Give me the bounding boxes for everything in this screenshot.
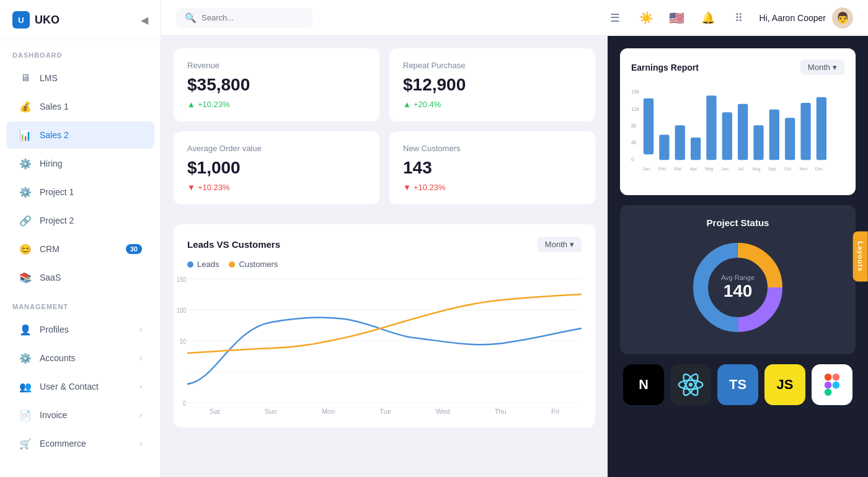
saas-icon: 📚 bbox=[19, 271, 32, 284]
invoice-chevron-icon: › bbox=[140, 411, 142, 419]
nav-item-lms[interactable]: 🖥 LMS bbox=[6, 64, 154, 92]
nav-item-user-contact[interactable]: 👥 User & Contact › bbox=[6, 373, 154, 400]
header: 🔍 ☰ ☀️ 🇺🇸 🔔 ⠿ Hi, Aaron Cooper 👨 bbox=[161, 0, 868, 36]
legend-customers-dot bbox=[229, 261, 235, 268]
nav-item-accounts[interactable]: ⚙️ Accounts › bbox=[6, 344, 154, 372]
x-label-wed: Wed bbox=[436, 408, 450, 415]
up-arrow-icon: ▲ bbox=[187, 100, 195, 109]
earnings-chart-card: Earnings Report Month ▾ 15k 11k 8k 4k 0 bbox=[620, 48, 856, 195]
accounts-icon: ⚙️ bbox=[19, 351, 32, 365]
nav-label-user-contact: User & Contact bbox=[40, 382, 132, 392]
hiring-icon: ⚙️ bbox=[19, 157, 32, 170]
search-input[interactable] bbox=[202, 13, 301, 22]
new-customers-label: New Customers bbox=[403, 144, 582, 153]
collapse-button[interactable]: ◀ bbox=[141, 14, 148, 26]
nav-label-invoice: Invoice bbox=[40, 410, 132, 420]
new-customers-change: ▼ +10.23% bbox=[403, 183, 582, 192]
logo-text: UKO bbox=[35, 14, 60, 27]
figma-icon bbox=[812, 364, 852, 405]
svg-rect-22 bbox=[769, 110, 779, 160]
svg-text:Apr: Apr bbox=[690, 166, 698, 172]
nav-label-profiles: Profiles bbox=[40, 325, 132, 335]
x-label-sun: Sun bbox=[265, 408, 277, 415]
svg-text:100: 100 bbox=[177, 307, 186, 315]
svg-rect-17 bbox=[691, 138, 701, 160]
nav-label-saas: SaaS bbox=[40, 273, 142, 282]
revenue-change: ▲ +10.23% bbox=[187, 100, 366, 109]
svg-point-52 bbox=[833, 382, 840, 389]
earnings-header: Earnings Report Month ▾ bbox=[631, 59, 844, 75]
nav-label-ecommerce: Ecommerce bbox=[40, 439, 132, 449]
svg-text:Mar: Mar bbox=[674, 166, 682, 172]
logo-area: U UKO ◀ bbox=[0, 0, 161, 40]
svg-text:8k: 8k bbox=[631, 123, 637, 129]
legend-leads-dot bbox=[187, 261, 193, 268]
stats-grid: Revenue $35,800 ▲ +10.23% Repeat Purchas… bbox=[174, 48, 595, 204]
stat-card-repeat: Repeat Purchase $12,900 ▲ +20.4% bbox=[389, 48, 595, 121]
svg-text:150: 150 bbox=[177, 276, 186, 284]
nav-item-project1[interactable]: ⚙️ Project 1 bbox=[6, 178, 154, 206]
nav-item-crm[interactable]: 😊 CRM 30 bbox=[6, 235, 154, 263]
stat-card-revenue: Revenue $35,800 ▲ +10.23% bbox=[174, 48, 379, 121]
management-section-label: MANAGEMENT bbox=[0, 292, 161, 315]
nav-item-sales1[interactable]: 💰 Sales 1 bbox=[6, 93, 154, 120]
nav-item-sales2[interactable]: 📊 Sales 2 bbox=[6, 121, 154, 149]
stat-card-avg-order: Average Order value $1,000 ▼ +10.23% bbox=[174, 131, 379, 204]
leads-month-button[interactable]: Month ▾ bbox=[538, 237, 582, 252]
dashboard-section-label: DASHBOARD bbox=[0, 40, 161, 64]
leads-chart-title: Leads VS Customers bbox=[187, 239, 280, 250]
svg-text:0: 0 bbox=[631, 157, 634, 162]
nextjs-icon: N bbox=[623, 364, 664, 405]
nav-item-profiles[interactable]: 👤 Profiles › bbox=[6, 316, 154, 343]
nav-item-invoice[interactable]: 📄 Invoice › bbox=[6, 401, 154, 429]
donut-chart-container: Avg Range 140 bbox=[688, 238, 787, 337]
donut-avg-value: 140 bbox=[721, 281, 755, 301]
nav-item-ecommerce[interactable]: 🛒 Ecommerce › bbox=[6, 430, 154, 457]
earnings-month-button[interactable]: Month ▾ bbox=[800, 59, 844, 75]
tech-icons-row: N TS JS bbox=[620, 364, 856, 405]
search-icon: 🔍 bbox=[185, 12, 197, 24]
logo-icon: U bbox=[12, 11, 30, 28]
search-box[interactable]: 🔍 bbox=[176, 8, 312, 28]
x-label-fri: Fri bbox=[551, 408, 559, 415]
nav-item-hiring[interactable]: ⚙️ Hiring bbox=[6, 150, 154, 177]
language-flag-icon[interactable]: 🇺🇸 bbox=[666, 7, 688, 28]
menu-icon[interactable]: ☰ bbox=[604, 7, 626, 28]
revenue-value: $35,800 bbox=[187, 75, 366, 95]
user-contact-chevron-icon: › bbox=[140, 382, 142, 391]
ecommerce-icon: 🛒 bbox=[19, 437, 32, 450]
earnings-svg: 15k 11k 8k 4k 0 bbox=[631, 82, 844, 182]
content-area: Revenue $35,800 ▲ +10.23% Repeat Purchas… bbox=[161, 36, 868, 477]
svg-text:15k: 15k bbox=[631, 89, 640, 95]
user-menu[interactable]: Hi, Aaron Cooper 👨 bbox=[760, 7, 853, 28]
svg-rect-48 bbox=[825, 374, 832, 381]
react-icon bbox=[670, 364, 711, 405]
svg-rect-15 bbox=[659, 135, 669, 160]
nav-label-project2: Project 2 bbox=[40, 216, 142, 225]
nav-label-accounts: Accounts bbox=[40, 353, 132, 363]
profiles-chevron-icon: › bbox=[140, 325, 142, 334]
avg-order-label: Average Order value bbox=[187, 144, 366, 153]
notification-icon[interactable]: 🔔 bbox=[698, 7, 719, 28]
svg-text:Feb: Feb bbox=[658, 166, 666, 172]
project1-icon: ⚙️ bbox=[19, 185, 32, 199]
apps-grid-icon[interactable]: ⠿ bbox=[728, 7, 750, 28]
svg-text:Aug: Aug bbox=[752, 166, 760, 172]
project2-icon: 🔗 bbox=[19, 214, 32, 227]
svg-rect-14 bbox=[644, 98, 653, 155]
sales1-icon: 💰 bbox=[19, 100, 32, 113]
leads-chart-header: Leads VS Customers Month ▾ bbox=[187, 237, 582, 252]
svg-rect-21 bbox=[753, 125, 763, 160]
stat-card-new-customers: New Customers 143 ▼ +10.23% bbox=[389, 131, 595, 204]
nav-label-crm: CRM bbox=[40, 244, 118, 254]
sidebar: U UKO ◀ DASHBOARD 🖥 LMS 💰 Sales 1 📊 Sale… bbox=[0, 0, 161, 477]
svg-text:N: N bbox=[639, 377, 649, 392]
repeat-change: ▲ +20.4% bbox=[403, 100, 582, 109]
nav-item-saas[interactable]: 📚 SaaS bbox=[6, 264, 154, 291]
nav-item-project2[interactable]: 🔗 Project 2 bbox=[6, 207, 154, 234]
avatar: 👨 bbox=[832, 7, 853, 28]
svg-rect-49 bbox=[833, 374, 840, 381]
nav-label-lms: LMS bbox=[40, 73, 142, 83]
layouts-tab[interactable]: Layouts bbox=[852, 231, 867, 281]
theme-toggle-icon[interactable]: ☀️ bbox=[636, 7, 657, 28]
